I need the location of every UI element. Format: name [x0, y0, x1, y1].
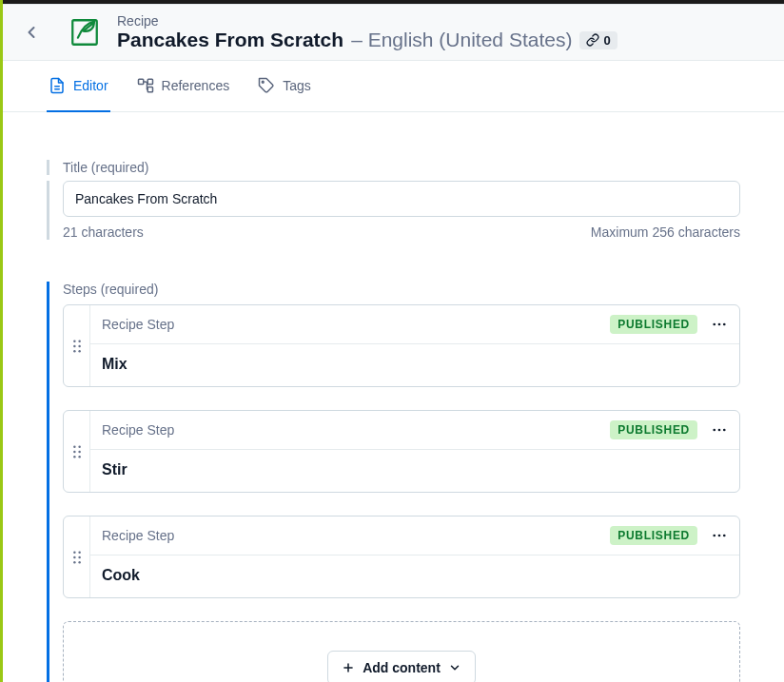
tabs: Editor References Tags	[3, 61, 784, 112]
svg-point-11	[73, 350, 75, 352]
chevron-left-icon	[22, 23, 41, 42]
ellipsis-icon	[711, 421, 728, 438]
svg-point-28	[78, 555, 80, 557]
tab-label: Tags	[283, 78, 311, 93]
ellipsis-icon	[711, 316, 728, 333]
incoming-links-pill[interactable]: 0	[579, 31, 617, 49]
drag-icon	[72, 445, 82, 458]
add-content-button[interactable]: Add content	[327, 651, 476, 682]
svg-point-14	[718, 323, 721, 326]
svg-point-16	[73, 445, 75, 447]
svg-rect-5	[147, 88, 152, 92]
svg-point-17	[78, 445, 80, 447]
step-card[interactable]: Recipe Step PUBLISHED Mix	[63, 304, 740, 387]
content-type-icon	[68, 15, 102, 49]
back-button[interactable]	[16, 17, 47, 48]
svg-point-8	[78, 340, 80, 341]
header: Recipe Pancakes From Scratch – English (…	[3, 4, 784, 61]
svg-point-9	[73, 344, 75, 346]
svg-point-33	[723, 535, 726, 537]
svg-point-31	[713, 535, 715, 537]
svg-point-29	[73, 561, 75, 563]
svg-point-27	[73, 555, 75, 557]
max-chars: Maximum 256 characters	[591, 224, 740, 240]
svg-point-18	[73, 450, 75, 452]
svg-point-32	[718, 535, 721, 537]
tab-editor[interactable]: Editor	[47, 61, 110, 112]
tab-tags[interactable]: Tags	[256, 61, 313, 112]
tab-references[interactable]: References	[135, 61, 232, 112]
svg-point-24	[723, 429, 726, 432]
svg-point-23	[718, 429, 721, 432]
status-badge: PUBLISHED	[610, 526, 697, 545]
entry-title: Pancakes From Scratch	[117, 29, 343, 51]
link-icon	[586, 33, 599, 47]
field-label: Title (required)	[47, 160, 740, 175]
svg-point-13	[713, 323, 715, 326]
svg-point-20	[73, 456, 75, 458]
drag-handle[interactable]	[64, 411, 90, 492]
step-actions-menu[interactable]	[711, 421, 728, 438]
tab-label: References	[162, 78, 230, 93]
svg-point-25	[73, 551, 75, 553]
step-actions-menu[interactable]	[711, 527, 728, 544]
plus-icon	[342, 661, 355, 674]
step-title: Cook	[90, 555, 739, 597]
drag-handle[interactable]	[64, 516, 90, 597]
svg-point-21	[78, 456, 80, 458]
svg-point-19	[78, 450, 80, 452]
step-title: Mix	[90, 344, 739, 386]
tab-label: Editor	[73, 78, 108, 93]
svg-point-15	[723, 323, 726, 326]
svg-point-12	[78, 350, 80, 352]
editor-body: Title (required) 21 characters Maximum 2…	[3, 112, 784, 682]
field-title: Title (required) 21 characters Maximum 2…	[47, 160, 740, 240]
svg-point-6	[263, 81, 265, 83]
ellipsis-icon	[711, 527, 728, 544]
step-type-label: Recipe Step	[102, 422, 174, 438]
step-type-label: Recipe Step	[102, 528, 174, 543]
drag-handle[interactable]	[64, 305, 90, 386]
char-count: 21 characters	[63, 224, 144, 240]
step-title: Stir	[90, 450, 739, 492]
incoming-links-count: 0	[603, 33, 610, 48]
drag-icon	[72, 340, 82, 353]
step-type-label: Recipe Step	[102, 317, 174, 332]
status-badge: PUBLISHED	[610, 420, 697, 439]
step-actions-menu[interactable]	[711, 316, 728, 333]
drag-icon	[72, 551, 82, 564]
tag-icon	[258, 77, 275, 94]
status-badge: PUBLISHED	[610, 315, 697, 334]
svg-rect-3	[138, 79, 143, 84]
entry-type-label: Recipe	[117, 13, 767, 29]
svg-point-26	[78, 551, 80, 553]
svg-point-22	[713, 429, 715, 432]
references-icon	[137, 77, 154, 94]
svg-point-7	[73, 340, 75, 341]
document-icon	[49, 77, 66, 94]
chevron-down-icon	[448, 661, 461, 674]
add-content-label: Add content	[363, 660, 441, 675]
title-input[interactable]	[63, 181, 740, 217]
step-card[interactable]: Recipe Step PUBLISHED Stir	[63, 410, 740, 493]
add-content-dropzone[interactable]: Add content	[63, 621, 740, 682]
step-card[interactable]: Recipe Step PUBLISHED Cook	[63, 516, 740, 598]
field-label: Steps (required)	[63, 282, 740, 297]
entry-locale: – English (United States)	[351, 29, 572, 51]
svg-point-10	[78, 344, 80, 346]
svg-rect-4	[147, 79, 152, 84]
field-steps: Steps (required) Recipe Step PUBLISHED	[47, 282, 740, 682]
svg-point-30	[78, 561, 80, 563]
